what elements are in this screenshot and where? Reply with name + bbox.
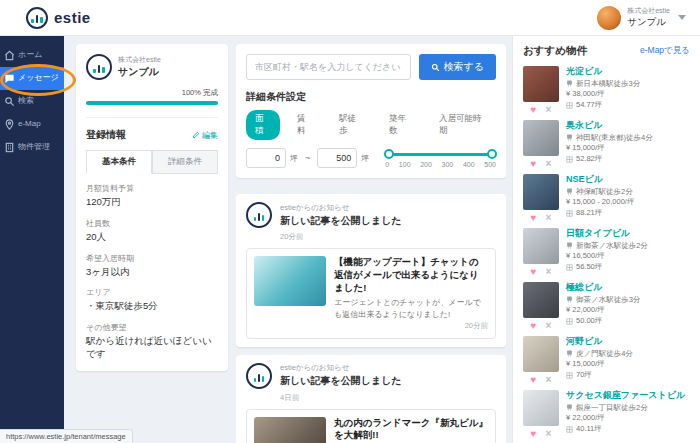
status-url: https://www.estie.jp/tenant/message: [6, 432, 126, 441]
feed-time: 4日前: [280, 393, 496, 403]
property-area: 88.21坪: [576, 208, 602, 218]
area-range-slider[interactable]: 0 100 200 300 400 500: [385, 148, 496, 168]
chip-area[interactable]: 面積: [246, 110, 280, 140]
area-icon: [566, 264, 573, 271]
property-name[interactable]: NSEビル: [566, 174, 690, 186]
recommended-title: おすすめ物件: [523, 44, 587, 58]
sidebar-item-label: ホーム: [18, 51, 42, 60]
chip-rent[interactable]: 賃料: [288, 110, 322, 140]
recommended-properties-panel: おすすめ物件 e-Mapで見る ♥ × 光淀ビル 新日本橋駅徒歩3分 ¥ 38,…: [512, 36, 700, 443]
feed-item: estieからのお知らせ 新しい記事を公開しました 4日前 丸の内のランドマーク…: [236, 355, 506, 443]
chip-age[interactable]: 築年数: [380, 110, 422, 140]
property-item[interactable]: ♥ × 河野ビル 虎ノ門駅徒歩4分 ¥ 15,000/坪 70坪: [523, 336, 690, 385]
dismiss-x-icon[interactable]: ×: [546, 374, 552, 385]
topbar: estie 株式会社estie サンプル: [0, 0, 700, 36]
brand-logo[interactable]: estie: [26, 7, 91, 29]
tab-basic-conditions[interactable]: 基本条件: [86, 150, 152, 174]
slider-handle-max[interactable]: [487, 149, 497, 159]
area-icon: [566, 372, 573, 379]
unit-label: 坪: [290, 153, 298, 164]
favorite-heart-icon[interactable]: ♥: [531, 212, 537, 223]
search-button[interactable]: 検索する: [419, 54, 496, 80]
property-item[interactable]: ♥ × 日額タイプビル 新御茶ノ水駅徒歩2分 ¥ 16,500/坪 56.50坪: [523, 228, 690, 277]
property-station: 神田駅(東京都)徒歩4分: [576, 133, 653, 143]
article-card[interactable]: 丸の内のランドマーク『新丸ビル』を大解剖!! 丸の内は東京駅と地下直結、大手町・…: [246, 409, 496, 443]
area-icon: [566, 210, 573, 217]
favorite-heart-icon[interactable]: ♥: [531, 374, 537, 385]
sidebar-item-emap[interactable]: e-Map: [0, 113, 64, 136]
search-panel: 検索する 詳細条件設定 面積 賃料 駅徒歩 築年数 入居可能時期 0 坪 ~ 5…: [236, 44, 506, 178]
property-name[interactable]: 河野ビル: [566, 336, 690, 348]
property-name[interactable]: 極総ビル: [566, 282, 690, 294]
property-item[interactable]: ♥ × サクセス銀座ファーストビル 銀座一丁目駅徒歩2分 ¥ 22,000/坪 …: [523, 390, 690, 439]
chip-move-in[interactable]: 入居可能時期: [430, 110, 496, 140]
sidebar: ホーム メッセージ 検索 e-Map 物件管理: [0, 36, 64, 443]
area-icon: [566, 102, 573, 109]
property-thumbnail: [523, 336, 559, 372]
property-item[interactable]: ♥ × 光淀ビル 新日本橋駅徒歩3分 ¥ 38,000/坪 54.77坪: [523, 66, 690, 115]
search-input[interactable]: [246, 54, 411, 80]
favorite-heart-icon[interactable]: ♥: [531, 158, 537, 169]
property-item[interactable]: ♥ × 極総ビル 御茶ノ水駅徒歩3分 ¥ 22,000/坪 50.00坪: [523, 282, 690, 331]
search-icon: [431, 63, 440, 72]
feed-source: estieからのお知らせ: [280, 363, 402, 373]
slider-track[interactable]: [385, 153, 496, 156]
progress-bar: [86, 101, 218, 105]
estie-logo-icon: [26, 7, 48, 29]
range-separator: ~: [305, 153, 310, 163]
home-icon: [4, 50, 15, 61]
field-label: その他要望: [86, 322, 218, 333]
profile-company: 株式会社estie: [118, 55, 161, 65]
dismiss-x-icon[interactable]: ×: [546, 104, 552, 115]
property-name[interactable]: サクセス銀座ファーストビル: [566, 390, 690, 402]
estie-logo-icon: [86, 54, 112, 80]
property-area: 40.11坪: [576, 424, 602, 434]
dismiss-x-icon[interactable]: ×: [546, 212, 552, 223]
article-card[interactable]: 【機能アップデート】チャットの返信がメールで出来るようになりました! エージェン…: [246, 248, 496, 339]
property-name[interactable]: 奥永ビル: [566, 120, 690, 132]
property-name[interactable]: 光淀ビル: [566, 66, 690, 78]
estie-logo-icon: [246, 202, 272, 228]
tab-detail-conditions[interactable]: 詳細条件: [152, 150, 218, 174]
area-icon: [566, 318, 573, 325]
feed-item: estieからのお知らせ 新しい記事を公開しました 20分前 【機能アップデート…: [236, 194, 506, 347]
article-body: エージェントとのチャットが、メールでも返信出来るようになりました!: [334, 297, 488, 320]
favorite-heart-icon[interactable]: ♥: [531, 428, 537, 439]
favorite-heart-icon[interactable]: ♥: [531, 266, 537, 277]
chip-walk[interactable]: 駅徒歩: [330, 110, 372, 140]
station-icon: [566, 404, 573, 411]
favorite-heart-icon[interactable]: ♥: [531, 320, 537, 331]
field-value: 駅から近ければ近いほどいいです: [86, 335, 218, 361]
property-station: 新日本橋駅徒歩3分: [576, 79, 640, 89]
sidebar-item-message[interactable]: メッセージ: [0, 67, 64, 90]
slider-handle-min[interactable]: [384, 149, 394, 159]
user-menu[interactable]: 株式会社estie サンプル: [597, 6, 686, 30]
area-icon: [566, 426, 573, 433]
slider-scale: 0 100 200 300 400 500: [385, 161, 496, 168]
min-area-input[interactable]: 0: [246, 148, 286, 168]
sidebar-item-label: メッセージ: [18, 74, 59, 83]
edit-button[interactable]: 編集: [192, 130, 218, 141]
dismiss-x-icon[interactable]: ×: [546, 158, 552, 169]
property-price: ¥ 15,000 - 20,000/坪: [566, 197, 634, 207]
view-on-emap-link[interactable]: e-Mapで見る: [640, 45, 690, 57]
profile-card: 株式会社estie サンプル 100% 完成 登録情報 編集 基本条件 詳細条件…: [76, 44, 228, 371]
dismiss-x-icon[interactable]: ×: [546, 320, 552, 331]
field-label: 月額賃料予算: [86, 183, 218, 194]
pencil-icon: [192, 131, 200, 139]
sidebar-item-label: 検索: [18, 97, 34, 106]
article-thumbnail: [254, 256, 326, 306]
property-item[interactable]: ♥ × 奥永ビル 神田駅(東京都)徒歩4分 ¥ 15,000/坪 52.82坪: [523, 120, 690, 169]
browser-status-bar: https://www.estie.jp/tenant/message: [0, 429, 133, 443]
max-area-input[interactable]: 500: [317, 148, 357, 168]
property-item[interactable]: ♥ × NSEビル 神保町駅徒歩2分 ¥ 15,000 - 20,000/坪 8…: [523, 174, 690, 223]
sidebar-item-property-management[interactable]: 物件管理: [0, 136, 64, 159]
sidebar-item-search[interactable]: 検索: [0, 90, 64, 113]
dismiss-x-icon[interactable]: ×: [546, 428, 552, 439]
favorite-heart-icon[interactable]: ♥: [531, 104, 537, 115]
avatar: [597, 6, 621, 30]
property-name[interactable]: 日額タイプビル: [566, 228, 690, 240]
dismiss-x-icon[interactable]: ×: [546, 266, 552, 277]
station-icon: [566, 242, 573, 249]
sidebar-item-home[interactable]: ホーム: [0, 44, 64, 67]
